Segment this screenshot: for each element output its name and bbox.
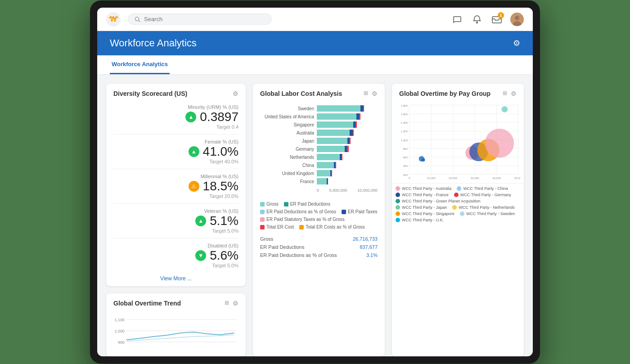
metric-veteran: Veteran % (US) ▲ 5.1% Target 5.0% <box>106 206 246 236</box>
bl-green-planet-label: WCC Third Party - Green Planet Acquisiti… <box>402 199 480 203</box>
svg-text:1,000: 1,000 <box>114 329 124 333</box>
logo-area: W <box>106 12 121 27</box>
stat-er-pct-value: 3.1% <box>366 252 378 258</box>
disabled-label: Disabled (US) <box>113 243 238 248</box>
bl-germany: WCC Third Party - Germany <box>454 193 511 197</box>
nav-icons: 1 <box>451 13 524 26</box>
left-column: Diversity Scorecard (US) ⚙ Minority (URM… <box>106 84 246 356</box>
bar-singapore: Singapore <box>260 121 378 128</box>
metric-minority: Minority (URM) % (US) ▲ 0.3897 Target 0.… <box>106 102 246 132</box>
tab-bar: Workforce Analytics <box>97 55 533 75</box>
svg-text:1,200: 1,200 <box>401 130 408 133</box>
bl-green-planet-dot <box>396 199 400 203</box>
millennial-target: Target 20.0% <box>113 193 238 199</box>
overtime-filter-icon[interactable]: ⊞ <box>503 90 507 97</box>
labor-cost-settings-icon[interactable]: ⚙ <box>372 90 378 97</box>
minority-target: Target 0.4 <box>113 124 238 130</box>
overtime-trend-settings-icon[interactable]: ⚙ <box>233 300 238 307</box>
bar-netherlands: Netherlands <box>260 154 378 160</box>
user-avatar[interactable] <box>510 13 524 26</box>
notification-icon[interactable] <box>471 13 483 26</box>
millennial-value: 18.5% <box>203 179 238 193</box>
france-label: France <box>260 179 314 184</box>
x-axis: 0 5,000,000 10,000,000 <box>317 186 378 193</box>
legend-er-taxes: ER Paid Taxes <box>342 209 377 214</box>
x-axis-0: 0 <box>317 188 319 193</box>
bl-australia-label: WCC Third Party - Australia <box>402 186 451 191</box>
legend-er-paid-ded-label: ER Paid Deductions <box>290 202 331 207</box>
overtime-trend-icons: ⊞ ⚙ <box>225 300 238 307</box>
bar-usa: United States of America <box>260 113 378 120</box>
tab-workforce-analytics[interactable]: Workforce Analytics <box>110 55 170 74</box>
global-overtime-card: Global Overtime by Pay Group ⊞ ⚙ <box>392 84 524 356</box>
svg-point-7 <box>515 16 519 20</box>
svg-text:1,100: 1,100 <box>114 318 124 322</box>
legend-er-paid-pct-dot <box>260 210 265 214</box>
overtime-card-icons: ⊞ ⚙ <box>503 90 517 97</box>
labor-cost-chart-area: Sweden United States of America <box>253 102 385 198</box>
search-bar[interactable] <box>128 13 272 25</box>
diversity-scorecard-header: Diversity Scorecard (US) ⚙ <box>106 84 246 102</box>
top-nav: W <box>97 8 533 31</box>
chat-icon[interactable] <box>451 13 464 26</box>
bl-china-dot <box>457 186 461 191</box>
singapore-label: Singapore <box>260 122 314 127</box>
settings-icon[interactable]: ⚙ <box>513 38 520 48</box>
legend-er-taxes-dot <box>342 210 346 214</box>
bl-netherlands-dot <box>452 205 457 210</box>
metric-female: Female % (US) ▲ 41.0% Target 40.0% <box>106 136 246 167</box>
overtime-settings-icon[interactable]: ⚙ <box>511 90 517 97</box>
japan-bar <box>317 138 378 144</box>
bar-france: France <box>260 178 378 184</box>
sweden-bar <box>317 105 378 112</box>
search-input[interactable] <box>144 16 265 22</box>
labor-cost-icons: ⊞ ⚙ <box>364 90 378 97</box>
diversity-scorecard-title: Diversity Scorecard (US) <box>113 90 187 97</box>
overtime-trend-chart: 1,100 1,000 900 <box>113 315 238 355</box>
usa-bar <box>317 113 378 120</box>
bl-netherlands-label: WCC Third Party - Netherlands <box>459 205 514 210</box>
bubble-chart-container: 1,800 1,600 1,400 1,200 1,000 800 600 40… <box>392 102 524 183</box>
labor-cost-header: Global Labor Cost Analysis ⊞ ⚙ <box>253 84 385 102</box>
inbox-badge: 1 <box>498 12 504 18</box>
female-value-row: ▲ 41.0% <box>113 144 238 159</box>
disabled-value-row: ▼ 5.6% <box>113 248 238 263</box>
labor-cost-filter-icon[interactable]: ⊞ <box>364 90 368 97</box>
legend-total-er-label: Total ER Cost <box>266 225 294 229</box>
bl-france-dot <box>396 193 400 197</box>
bl-sweden: WCC Third Party - Sweden <box>460 211 515 216</box>
legend-er-taxes-label: ER Paid Taxes <box>348 209 377 214</box>
china-bar <box>317 162 378 168</box>
inbox-icon[interactable]: 1 <box>490 13 503 26</box>
view-more-link[interactable]: View More ... <box>106 271 246 286</box>
bl-china-label: WCC Third Party - China <box>463 186 508 191</box>
legend-total-er: Total ER Cost <box>260 225 294 229</box>
stat-er-pct: ER Paid Deductions as % of Gross 3.1% <box>260 251 378 259</box>
disabled-target: Target 5.0% <box>113 263 238 268</box>
overtime-trend-title: Global Overtime Trend <box>113 300 181 307</box>
bar-uk: United Kingdom <box>260 170 378 176</box>
labor-cost-stats: Gross 26,716,733 ER Paid Deductions 837,… <box>253 233 385 265</box>
legend-gross: Gross <box>260 202 279 207</box>
legend-statutory: ER Paid Statutory Taxes as % of Gross <box>260 217 345 222</box>
bl-sweden-label: WCC Third Party - Sweden <box>466 211 515 216</box>
legend-er-paid-pct-label: ER Paid Deductions as % of Gross <box>266 209 336 214</box>
device-frame: W <box>90 0 540 364</box>
stat-er-pct-name: ER Paid Deductions as % of Gross <box>260 252 337 258</box>
svg-text:900: 900 <box>118 340 125 345</box>
stat-gross-name: Gross <box>260 236 273 242</box>
veteran-label: Veteran % (US) <box>113 208 238 214</box>
china-label: China <box>260 163 314 168</box>
female-label: Female % (US) <box>113 139 238 144</box>
diversity-settings-icon[interactable]: ⚙ <box>233 90 238 97</box>
uk-bar <box>317 170 378 176</box>
diversity-scorecard-card: Diversity Scorecard (US) ⚙ Minority (URM… <box>106 84 246 286</box>
bubble-chart-svg: 1,800 1,600 1,400 1,200 1,000 800 600 40… <box>396 102 520 181</box>
bl-singapore-dot <box>396 211 400 216</box>
bubble-japan <box>419 156 424 162</box>
disabled-trend-icon: ▼ <box>195 250 206 261</box>
overtime-trend-filter-icon[interactable]: ⊞ <box>225 300 229 307</box>
labor-cost-legend: Gross ER Paid Deductions ER Paid Deducti… <box>253 198 385 233</box>
stat-er-paid-value: 837,677 <box>360 244 378 250</box>
x-axis-5m: 5,000,000 <box>329 188 347 193</box>
